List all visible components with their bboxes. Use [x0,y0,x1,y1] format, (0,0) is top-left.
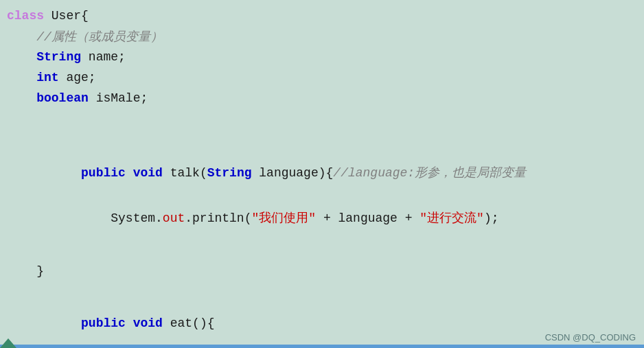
code-line-2: //属性（或成员变量） [0,26,644,47]
line-14-content: String food = "烙饼"//局部变量 [0,345,321,348]
line-4-content: int age; [0,71,96,84]
code-line-6 [0,108,644,129]
code-line-12 [0,281,644,302]
line-8-content: public void talk(String language){//lang… [0,150,526,194]
code-editor: class User{ //属性（或成员变量） String name; int… [0,0,644,348]
watermark: CSDN @DQ_CODING [545,332,636,343]
line-5-content: boolean isMale; [0,91,148,105]
code-line-5: boolean isMale; [0,88,644,108]
line-1-content: class User{ [0,9,89,23]
line-12-content [0,285,14,299]
line-9-content: System.out.println("我们使用" + language + "… [0,196,499,240]
line-7-content [0,132,14,146]
line-6-content [0,112,14,126]
code-line-9: System.out.println("我们使用" + language + "… [0,195,644,240]
line-3-content: String name; [0,50,126,64]
code-line-14: String food = "烙饼"//局部变量 [0,345,644,348]
line-11-content: } [0,264,44,278]
bottom-arrow [0,338,16,348]
code-line-11: } [0,261,644,281]
code-line-10 [0,240,644,261]
code-line-7 [0,129,644,150]
code-line-1: class User{ [0,5,644,26]
line-10-content [0,244,14,257]
code-line-4: int age; [0,67,644,88]
line-13-content: public void eat(){ [0,303,215,344]
code-line-3: String name; [0,47,644,67]
line-2-content: //属性（或成员变量） [0,28,163,45]
code-line-8: public void talk(String language){//lang… [0,150,644,195]
